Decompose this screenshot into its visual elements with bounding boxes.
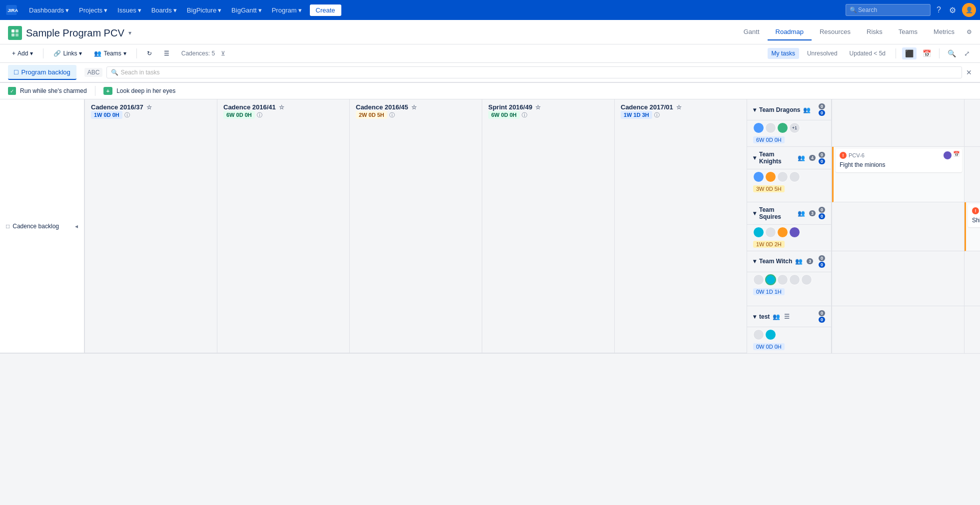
tasks-search-bar[interactable]: 🔍 Seach in tasks [106, 66, 962, 78]
calendar-view-btn[interactable]: 📅 [921, 47, 933, 59]
team-dragons-chevron: ▾ [753, 106, 756, 113]
cadence-title-3: Cadence 2016/45 [356, 103, 408, 111]
svg-rect-5 [15, 33, 18, 36]
cadence-info-2[interactable]: ⓘ [257, 111, 262, 119]
cadence-backlog-collapse[interactable]: ◂ [75, 223, 78, 230]
program-header: Sample Program PCV ▾ Gantt Roadmap Resou… [0, 20, 980, 44]
team-row-dragons: ▾ Team Dragons 👥 0 0 +1 [747, 99, 980, 147]
team-squires-col2: ! PCV-16 📅 Shield yourself [965, 202, 980, 251]
cadence-header-col1: Cadence 2016/37 ☆ 1W 0D 0H ⓘ [85, 99, 217, 354]
search-input[interactable] [846, 4, 931, 16]
team-squires-col1 [832, 202, 965, 251]
cadence-backlog-header: □ Cadence backlog ◂ [0, 99, 85, 354]
team-squires-left: ▾ Team Squires 👥 3 0 0 [747, 202, 832, 251]
cadence-duration-1: 1W 0D 0H [91, 111, 122, 119]
tab-metrics[interactable]: Metrics [926, 24, 963, 40]
cadence-backlog-icon: □ [6, 223, 9, 230]
header-row: □ Cadence backlog ◂ Cadence 2016/37 ☆ 1W… [0, 99, 747, 354]
links-button[interactable]: 🔗 Links ▾ [49, 48, 86, 59]
card-pcv6[interactable]: ! PCV-6 📅 Fight the minions [836, 149, 962, 172]
nav-projects[interactable]: Projects ▾ [75, 4, 111, 16]
abc-toggle[interactable]: ABC [84, 68, 103, 77]
nav-biggantt[interactable]: BigGantt ▾ [227, 4, 266, 16]
cadence-backlog-label: Cadence backlog [12, 223, 59, 230]
cadence-duration-2: 6W 0D 0H [223, 111, 255, 119]
search-toggle-btn[interactable]: 🔍 [946, 47, 958, 59]
card-pcv16[interactable]: ! PCV-16 📅 Shield yourself [968, 204, 980, 228]
tab-teams[interactable]: Teams [891, 24, 926, 40]
cadence-star-5[interactable]: ☆ [676, 104, 682, 111]
avatar-knights-2 [765, 171, 776, 182]
user-avatar[interactable]: 👤 [962, 3, 976, 17]
nav-issues[interactable]: Issues ▾ [113, 4, 145, 16]
avatar-dragons-1 [753, 122, 764, 133]
story-badge: + [103, 87, 112, 95]
avatar-knights-1 [753, 171, 764, 182]
separator3 [896, 48, 896, 58]
team-test-icon: 👥 [773, 313, 780, 320]
teams-button[interactable]: 👥 Teams ▾ [90, 48, 130, 59]
help-button[interactable]: ? [935, 3, 943, 16]
avatar-squires-1 [753, 227, 764, 238]
settings-button[interactable]: ⚙ [947, 3, 958, 17]
header-settings-icon[interactable]: ⚙ [967, 28, 972, 35]
card-pcv6-summary: Fight the minions [840, 161, 958, 169]
team-knights-cnt2: 0 [819, 158, 825, 164]
tab-gantt[interactable]: Gantt [736, 24, 768, 40]
cadence-star-4[interactable]: ☆ [535, 104, 541, 111]
tab-risks[interactable]: Risks [859, 24, 891, 40]
cadence-info-1[interactable]: ⓘ [124, 111, 130, 119]
program-title-chevron[interactable]: ▾ [128, 29, 131, 36]
cadence-star-1[interactable]: ☆ [146, 104, 152, 111]
nav-right-area: 🔍 ? ⚙ 👤 [846, 3, 976, 17]
nav-boards[interactable]: Boards ▾ [147, 4, 181, 16]
cadence-star-2[interactable]: ☆ [279, 104, 284, 111]
toggle-view-btn[interactable]: ⬛ [902, 47, 917, 59]
cadence-duration-4: 6W 0D 0H [488, 111, 520, 119]
filter-icon[interactable]: ⊻ [221, 50, 225, 57]
cadence-star-3[interactable]: ☆ [411, 104, 417, 111]
team-witch-header[interactable]: ▾ Team Witch 👥 3 0 0 [747, 251, 831, 272]
expand-btn[interactable]: ⤢ [962, 47, 972, 59]
avatar-dragons-more: +1 [789, 122, 800, 133]
team-squires-header[interactable]: ▾ Team Squires 👥 3 0 0 [747, 202, 831, 225]
program-backlog-tab[interactable]: □ Program backlog [8, 65, 76, 80]
team-knights-header[interactable]: ▾ Team Knights 👥 4 0 0 [747, 147, 831, 169]
team-knights-col2 [965, 147, 980, 202]
close-x-button[interactable]: ✕ [966, 68, 972, 76]
story-check: ✓ [8, 87, 16, 95]
nav-bigpicture[interactable]: BigPicture ▾ [183, 4, 225, 16]
list-button[interactable]: ☰ [160, 48, 173, 59]
program-tabs: Gantt Roadmap Resources Risks Teams Metr… [736, 24, 963, 40]
cadence-info-3[interactable]: ⓘ [389, 111, 395, 119]
cadence-info-4[interactable]: ⓘ [522, 111, 527, 119]
avatar-squires-3 [777, 227, 788, 238]
story-text2: Look deep in her eyes [116, 87, 175, 94]
updated-btn[interactable]: Updated < 5d [846, 48, 890, 59]
tab-resources[interactable]: Resources [812, 24, 859, 40]
team-test-header[interactable]: ▾ test 👥 ☰ 0 0 [747, 306, 831, 327]
tab-roadmap[interactable]: Roadmap [768, 24, 812, 40]
create-button[interactable]: Create [310, 4, 341, 16]
team-knights-time: 3W 0D 5H [753, 185, 785, 192]
cadences-label: Cadences: 5 [181, 50, 215, 57]
cadence-header-col5: Cadence 2017/01 ☆ 1W 1D 3H ⓘ [615, 99, 747, 354]
search-wrapper: 🔍 [846, 4, 931, 16]
nav-program[interactable]: Program ▾ [268, 4, 306, 16]
svg-rect-2 [11, 29, 14, 32]
team-witch-time: 0W 1D 1H [753, 288, 785, 295]
team-dragons-header[interactable]: ▾ Team Dragons 👥 0 0 [747, 99, 831, 120]
board-wrapper: □ Cadence backlog ◂ Cadence 2016/37 ☆ 1W… [0, 99, 980, 505]
cadence-title-1: Cadence 2016/37 [91, 103, 143, 111]
my-tasks-btn[interactable]: My tasks [768, 48, 799, 59]
jira-logo[interactable]: JIRA [4, 5, 19, 15]
search-bar-icon: 🔍 [111, 69, 118, 76]
add-button[interactable]: + Add ▾ [8, 48, 37, 59]
unresolved-btn[interactable]: Unresolved [803, 48, 842, 59]
team-test-left: ▾ test 👥 ☰ 0 0 0W 0D 0H [747, 306, 832, 354]
refresh-button[interactable]: ↻ [143, 48, 156, 59]
nav-dashboards[interactable]: Dashboards ▾ [25, 4, 73, 16]
cadence-info-5[interactable]: ⓘ [654, 111, 660, 119]
card-pcv6-type-icon: ! [840, 152, 847, 159]
team-dragons-cnt1: 0 [819, 103, 825, 109]
